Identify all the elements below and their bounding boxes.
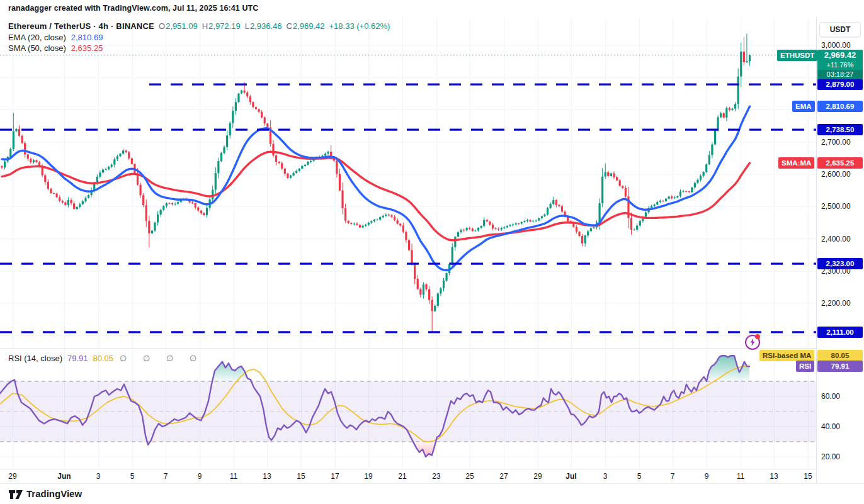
support-resistance-price-box[interactable]: 2,879.00 — [817, 79, 863, 90]
attribution-text: ranadagger created with TradingView.com,… — [8, 4, 258, 13]
price-axis-label: 3,000.00 — [821, 41, 863, 50]
tradingview-logo-icon[interactable] — [8, 488, 25, 503]
symbol-title: Ethereum / TetherUS · 4h · BINANCE — [8, 21, 154, 31]
legend-sma-row: SMA (50, close)2,635.25 — [8, 43, 103, 54]
sma-tag[interactable]: SMA:MA — [778, 157, 814, 169]
price-axis-label: 2,200.00 — [821, 299, 863, 308]
currency-unit-button[interactable]: USDT — [819, 22, 861, 37]
ohlc-key: O — [159, 21, 165, 31]
price-axis-label: 2,500.00 — [821, 202, 863, 211]
bar-countdown: 03:18:27 — [817, 70, 863, 79]
price-axis-label: 2,400.00 — [821, 235, 863, 244]
support-resistance-price-box[interactable]: 2,111.00 — [817, 327, 863, 338]
last-price: 2,969.42 — [817, 50, 863, 60]
ohlc-key: L — [245, 21, 249, 31]
rsi-legend-row: RSI (14, close)79.9180.05∅ ∅ ∅ ∅ — [8, 354, 203, 364]
ohlc-key: C — [287, 21, 292, 31]
last-price-box: 2,969.42+11.76%03:18:27 — [817, 50, 863, 79]
price-axis-label: 2,600.00 — [821, 170, 863, 179]
sma-legend-label: SMA (50, close) — [8, 43, 66, 53]
ema-legend-value: 2,810.69 — [71, 33, 103, 42]
legend-symbol-row: Ethereum / TetherUS · 4h · BINANCEO2,951… — [8, 21, 390, 32]
rsi-legend-label: RSI (14, close) — [8, 354, 62, 363]
rsi-legend-value: 79.91 — [67, 354, 88, 363]
rsi-value-box: 79.91 — [817, 361, 863, 372]
rsi-axis-label: 20.00 — [821, 452, 863, 461]
rsi-ma-legend-value: 80.05 — [93, 354, 114, 363]
tradingview-chart-page: 29Jun357911131517192123252729Jul35791113… — [0, 0, 864, 504]
notification-dot — [755, 334, 760, 339]
ohlc-value: 2,969.42 — [293, 21, 325, 31]
rsi-hidden-values: ∅ ∅ ∅ ∅ — [120, 354, 203, 363]
price-axis-label: 2,700.00 — [821, 138, 863, 147]
change-value: +18.33 (+0.62%) — [329, 21, 390, 31]
rsi-tag[interactable]: RSI — [796, 361, 814, 372]
sma-price-box: 2,635.25 — [817, 157, 863, 169]
legend-ema-row: EMA (20, close)2,810.69 — [8, 33, 103, 43]
tradingview-wordmark[interactable]: TradingView — [26, 488, 82, 499]
support-resistance-price-box[interactable]: 2,323.00 — [817, 258, 863, 269]
boost-button[interactable] — [745, 335, 760, 350]
footer-bar: TradingView — [0, 483, 864, 504]
support-resistance-price-box[interactable]: 2,738.50 — [817, 124, 863, 135]
ohlc-value: 2,936.46 — [250, 21, 282, 31]
ohlc-value: 2,972.19 — [208, 21, 241, 31]
rsi-axis-label: 40.00 — [821, 422, 863, 431]
ohlc-key: H — [202, 21, 208, 31]
ema-price-box: 2,810.69 — [817, 101, 863, 112]
day-change-percent: +11.76% — [817, 60, 863, 70]
rsi-ma-value-box: 80.05 — [817, 350, 863, 361]
symbol-tag[interactable]: ETHUSDT — [777, 50, 817, 61]
ema-legend-label: EMA (20, close) — [8, 33, 66, 42]
ema-tag[interactable]: EMA — [792, 101, 815, 112]
sma-legend-value: 2,635.25 — [71, 43, 103, 53]
rsi-axis-label: 60.00 — [821, 392, 863, 401]
ohlc-value: 2,951.09 — [166, 21, 198, 31]
rsi-ma-tag[interactable]: RSI-based MA — [759, 350, 814, 361]
